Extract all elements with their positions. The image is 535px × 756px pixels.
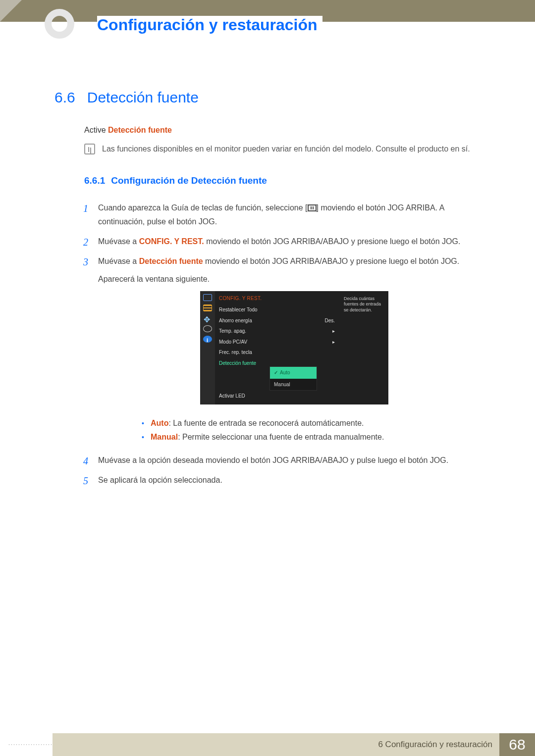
subsection-title: Configuración de Detección fuente — [111, 175, 267, 186]
step-2-b: moviendo el botón JOG ARRIBA/ABAJO y pre… — [204, 237, 461, 246]
osd-popup: Auto Manual — [269, 366, 317, 391]
step-number: 3 — [83, 253, 88, 271]
osd-title: CONFIG. Y REST. — [215, 293, 340, 305]
osd-row: Restablecer Todo — [215, 304, 340, 315]
content: 6.6Detección fuente Active Detección fue… — [54, 89, 490, 493]
step-5: 5 Se aplicará la opción seleccionada. — [84, 473, 490, 487]
bullet-manual: Manual: Permite seleccionar una fuente d… — [142, 430, 490, 445]
osd-option-auto: Auto — [270, 367, 317, 379]
step-1-a: Cuando aparezca la Guía de teclas de fun… — [98, 203, 308, 212]
bullet-auto: Auto: La fuente de entrada se reconocerá… — [142, 416, 490, 431]
steps-list: 1 Cuando aparezca la Guía de teclas de f… — [84, 201, 490, 488]
menu-inline-icon — [308, 204, 317, 211]
osd-hint: Decida cuántas fuentes de entrada se det… — [340, 291, 388, 404]
osd: CONFIG. Y REST. Restablecer Todo Ahorro … — [200, 291, 388, 404]
section-title: Detección fuente — [87, 89, 199, 105]
step-number: 4 — [83, 453, 88, 470]
step-3-a: Muévase a — [98, 257, 139, 265]
step-4: 4 Muévase a la opción deseada moviendo e… — [84, 454, 490, 467]
step-2-hl: CONFIG. Y REST. — [139, 237, 204, 246]
osd-row: Frec. rep. tecla — [215, 347, 340, 358]
footer-page-number: 68 — [499, 733, 535, 756]
intro-prefix: Active — [84, 126, 108, 134]
step-3-hl: Detección fuente — [139, 257, 203, 265]
option-bullets: Auto: La fuente de entrada se reconocerá… — [142, 416, 490, 445]
osd-picture-icon — [203, 294, 212, 301]
step-number: 1 — [83, 200, 88, 217]
bullet-auto-label: Auto — [151, 419, 168, 427]
section-number: 6.6 — [54, 89, 75, 105]
bullet-manual-text: : Permite seleccionar una fuente de entr… — [178, 433, 384, 441]
step-3-c: Aparecerá la ventana siguiente. — [98, 275, 210, 283]
corner-triangle — [0, 0, 22, 22]
subsection-number: 6.6.1 — [84, 175, 105, 186]
step-number: 5 — [83, 472, 88, 490]
step-3: 3 Muévase a Detección fuente moviendo el… — [84, 254, 490, 445]
osd-row: Temp. apag.▸ — [215, 326, 340, 337]
footer-chapter: 6 Configuración y restauración — [53, 733, 499, 756]
page-title: Configuración y restauración — [97, 16, 322, 34]
osd-info-icon — [203, 336, 212, 343]
osd-row: Activar LED — [215, 391, 340, 402]
step-5-text: Se aplicará la opción seleccionada. — [98, 476, 222, 484]
osd-menu-icon — [203, 304, 212, 311]
bullet-auto-text: : La fuente de entrada se reconocerá aut… — [168, 419, 364, 427]
osd-screenshot: CONFIG. Y REST. Restablecer Todo Ahorro … — [98, 291, 490, 404]
osd-option-manual: Manual — [270, 379, 317, 391]
osd-row: Modo PC/AV▸ — [215, 337, 340, 348]
section-heading: 6.6Detección fuente — [54, 89, 490, 106]
footer-dots — [8, 744, 53, 746]
osd-row: Ahorro energíaDes. — [215, 315, 340, 326]
footer: 6 Configuración y restauración 68 — [0, 733, 535, 756]
note-row: Las funciones disponibles en el monitor … — [84, 143, 490, 155]
step-number: 2 — [83, 234, 88, 251]
step-2: 2 Muévase a CONFIG. Y REST. moviendo el … — [84, 235, 490, 249]
step-1: 1 Cuando aparezca la Guía de teclas de f… — [84, 201, 490, 229]
note-icon — [84, 144, 95, 154]
step-2-a: Muévase a — [98, 237, 139, 246]
intro-line: Active Detección fuente — [84, 126, 490, 135]
note-text: Las funciones disponibles en el monitor … — [102, 143, 470, 155]
step-3-b: moviendo el botón JOG ARRIBA/ABAJO y pre… — [203, 257, 460, 265]
chapter-arc-icon — [45, 9, 74, 39]
osd-position-icon — [203, 315, 212, 322]
step-4-text: Muévase a la opción deseada moviendo el … — [98, 456, 448, 464]
intro-highlight: Detección fuente — [108, 126, 172, 134]
osd-main: CONFIG. Y REST. Restablecer Todo Ahorro … — [215, 291, 340, 404]
osd-sidebar — [200, 291, 215, 404]
bullet-manual-label: Manual — [151, 433, 178, 441]
subsection-heading: 6.6.1Configuración de Detección fuente — [84, 175, 490, 186]
